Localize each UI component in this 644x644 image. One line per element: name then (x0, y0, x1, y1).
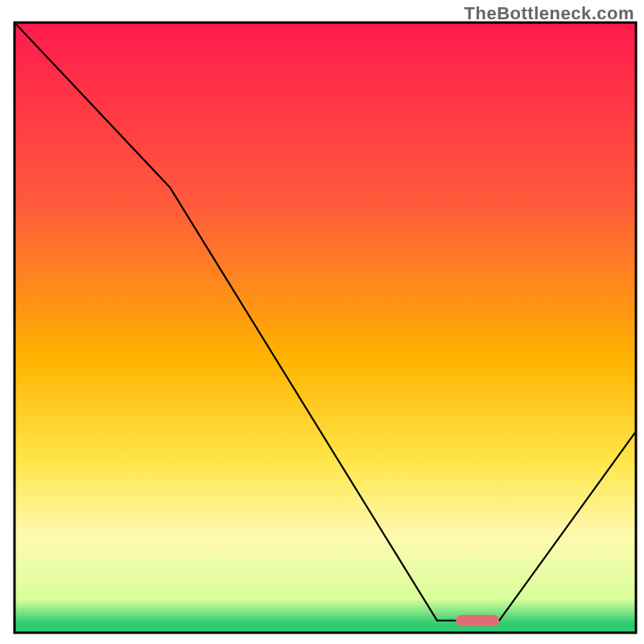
optimum-marker (456, 615, 499, 626)
bottleneck-chart (0, 0, 644, 644)
chart-container: TheBottleneck.com (0, 0, 644, 644)
gradient-background (14, 23, 636, 633)
